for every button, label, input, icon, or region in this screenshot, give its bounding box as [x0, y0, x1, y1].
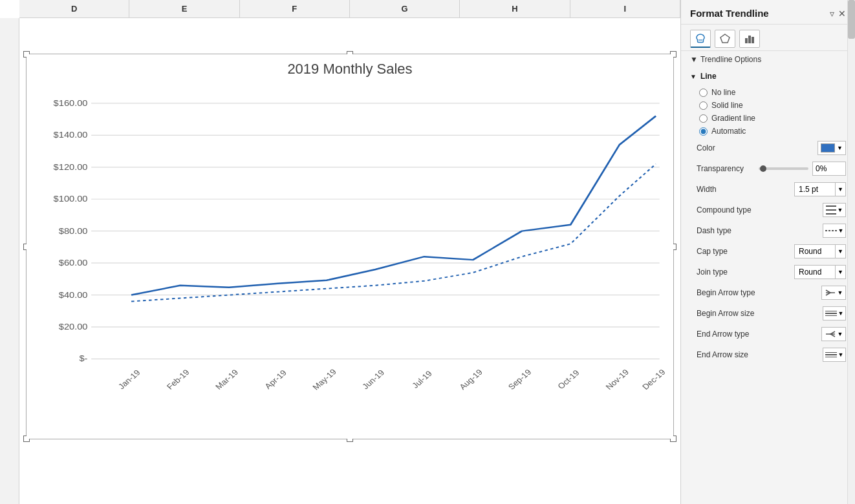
end-arrow-icon: [825, 330, 836, 339]
compound-type-button[interactable]: ▼: [823, 203, 846, 217]
panel-header-icons: ▿ ✕: [830, 8, 846, 19]
begin-arrow-icon: [825, 288, 836, 297]
trendline-options-arrow: ▼: [690, 55, 698, 64]
trendline-options-row[interactable]: ▼ Trendline Options: [681, 51, 855, 68]
tab-trendline-options[interactable]: [690, 30, 711, 48]
compound-type-row: Compound type ▼: [681, 200, 855, 220]
begin-arrow-size-row: Begin Arrow size ▼: [681, 303, 855, 324]
svg-text:Jun-19: Jun-19: [360, 368, 386, 391]
svg-text:$80.00: $80.00: [59, 226, 88, 235]
svg-text:$40.00: $40.00: [59, 290, 88, 299]
right-panel: Format Trendline ▿ ✕: [680, 0, 855, 504]
chart-title: 2019 Monthly Sales: [33, 61, 667, 78]
svg-text:Sep-19: Sep-19: [506, 368, 533, 391]
automatic-row[interactable]: Automatic: [681, 125, 855, 138]
end-size-arrow: ▼: [838, 352, 844, 358]
svg-text:$160.00: $160.00: [54, 98, 88, 107]
panel-tabs: [681, 25, 855, 51]
tab-shape[interactable]: [715, 30, 735, 48]
chart-selection-wrapper[interactable]: 2019 Monthly Sales $16: [26, 54, 674, 439]
svg-rect-34: [752, 37, 754, 43]
col-header-g: G: [350, 0, 460, 17]
line-section-label: Line: [700, 72, 717, 81]
svg-rect-33: [748, 36, 751, 43]
cap-label: Cap type: [697, 247, 790, 256]
transparency-row: Transparency 0%: [681, 158, 855, 179]
color-swatch: [821, 143, 835, 152]
begin-arrow-size-label: Begin Arrow size: [697, 309, 819, 318]
join-type-dropdown[interactable]: Round ▼: [794, 265, 846, 279]
svg-text:Feb-19: Feb-19: [164, 368, 191, 391]
end-arrow-type-button[interactable]: ▼: [821, 327, 846, 341]
svg-text:$140.00: $140.00: [54, 131, 88, 140]
color-dropdown-arrow: ▼: [837, 145, 843, 151]
slider-thumb[interactable]: [760, 165, 766, 172]
begin-arrow-type-row: Begin Arrow type ▼: [681, 282, 855, 303]
chart-container: 2019 Monthly Sales $16: [19, 18, 680, 504]
svg-text:May-19: May-19: [310, 367, 338, 391]
width-value: 1.5 pt: [795, 185, 835, 194]
solid-line-radio[interactable]: [699, 101, 708, 110]
color-label: Color: [697, 143, 814, 152]
trendline-options-label: Trendline Options: [700, 55, 761, 64]
cap-value: Round: [795, 247, 835, 256]
panel-title: Format Trendline: [690, 8, 769, 19]
no-line-row[interactable]: No line: [681, 86, 855, 99]
width-label: Width: [697, 185, 790, 194]
svg-text:Mar-19: Mar-19: [213, 368, 241, 391]
transparency-input[interactable]: 0%: [812, 162, 846, 176]
end-arrow-size-button[interactable]: ▼: [823, 348, 846, 362]
begin-arrow-label: Begin Arrow type: [697, 288, 817, 297]
close-icon[interactable]: ✕: [838, 8, 846, 19]
gradient-line-label: Gradient line: [711, 114, 755, 123]
no-line-radio[interactable]: [699, 89, 708, 97]
no-line-label: No line: [711, 88, 735, 97]
col-header-h: H: [460, 0, 570, 17]
line-section-header[interactable]: ▼ Line: [681, 68, 855, 85]
color-button[interactable]: ▼: [817, 141, 846, 155]
width-row: Width 1.5 pt ▼: [681, 179, 855, 200]
gradient-line-row[interactable]: Gradient line: [681, 112, 855, 125]
cap-arrow: ▼: [835, 245, 845, 258]
dash-label: Dash type: [697, 226, 819, 235]
col-header-i: I: [570, 0, 680, 17]
begin-arrow-type-button[interactable]: ▼: [821, 286, 846, 300]
paint-icon: [695, 33, 706, 45]
automatic-radio[interactable]: [699, 127, 708, 136]
width-dropdown[interactable]: 1.5 pt ▼: [794, 182, 846, 196]
begin-size-arrow: ▼: [838, 310, 844, 317]
begin-arrow-size-button[interactable]: ▼: [823, 306, 846, 320]
tab-bar-chart[interactable]: [739, 30, 760, 48]
svg-text:Aug-19: Aug-19: [457, 368, 484, 391]
solid-line-row[interactable]: Solid line: [681, 99, 855, 112]
end-arrow-type-arrow: ▼: [838, 331, 843, 337]
svg-text:Dec-19: Dec-19: [640, 368, 667, 391]
col-header-f: F: [240, 0, 350, 17]
gradient-line-radio[interactable]: [699, 114, 708, 123]
scrollbar[interactable]: [847, 0, 855, 504]
column-headers: D E F G H I: [19, 0, 680, 18]
lines-icon-begin: [825, 311, 837, 317]
svg-text:$-: $-: [79, 354, 87, 363]
scrollbar-thumb[interactable]: [848, 0, 855, 39]
end-arrow-size-row: End Arrow size ▼: [681, 344, 855, 365]
dash-icon: [825, 230, 837, 231]
lines-icon-end: [825, 352, 837, 358]
cap-type-dropdown[interactable]: Round ▼: [794, 244, 846, 258]
compound-icon: [826, 205, 836, 215]
svg-text:Apr-19: Apr-19: [263, 368, 288, 391]
dash-type-button[interactable]: ▼: [823, 224, 846, 238]
svg-text:Jul-19: Jul-19: [410, 369, 434, 390]
panel-content: ▼ Line No line Solid line Gradient line: [681, 68, 855, 504]
svg-text:$100.00: $100.00: [54, 194, 88, 204]
chart-svg: $160.00 $140.00 $120.00 $100.00 $80.00 $…: [33, 84, 667, 391]
transparency-slider[interactable]: [759, 167, 808, 170]
compound-label: Compound type: [697, 205, 819, 215]
join-type-row: Join type Round ▼: [681, 262, 855, 282]
join-label: Join type: [697, 268, 790, 277]
cap-type-row: Cap type Round ▼: [681, 241, 855, 262]
svg-text:Jan-19: Jan-19: [116, 368, 142, 391]
pin-icon[interactable]: ▿: [830, 8, 834, 19]
transparency-label: Transparency: [697, 164, 755, 173]
dash-arrow: ▼: [838, 227, 844, 234]
